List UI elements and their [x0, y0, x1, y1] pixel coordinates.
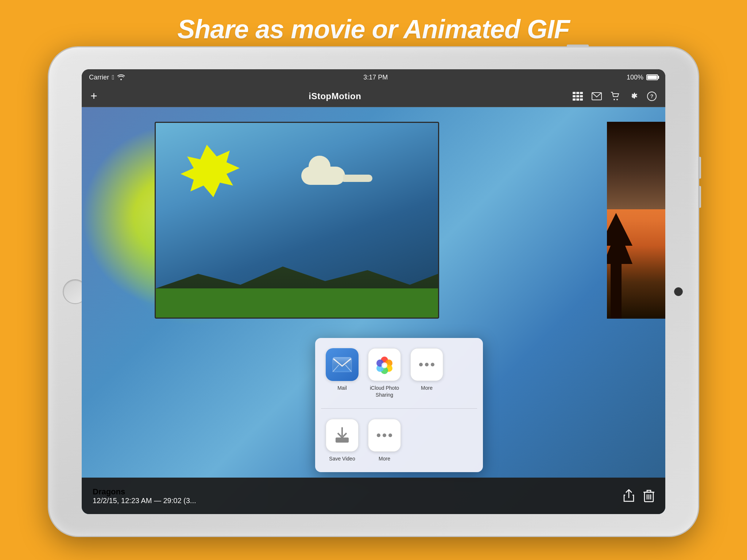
mail-share-icon — [332, 357, 352, 372]
video-title: Dragons — [93, 487, 196, 497]
svg-point-11 — [616, 99, 618, 100]
svg-rect-5 — [580, 95, 583, 97]
svg-rect-3 — [573, 95, 576, 97]
save-video-icon-box — [326, 419, 359, 452]
share-mail-item[interactable]: Mail — [324, 348, 360, 398]
share-save-video-item[interactable]: Save Video — [324, 419, 360, 462]
add-button[interactable]: + — [90, 89, 97, 103]
more-top-icon-box — [410, 348, 443, 381]
volume-down-button[interactable] — [699, 186, 701, 208]
svg-rect-7 — [576, 98, 579, 101]
battery-percent: 100% — [627, 74, 643, 81]
info-bar: Dragons 12/2/15, 12:23 AM — 29:02 (3... — [82, 478, 665, 514]
status-right: 100% — [627, 74, 658, 81]
share-photos-item[interactable]: iCloud PhotoSharing — [366, 348, 403, 398]
share-top-row: Mail — [315, 338, 483, 408]
ipad-frame: Carrier  3:17 PM 100% + iStopM — [49, 47, 698, 536]
svg-rect-8 — [580, 98, 583, 101]
svg-text:?: ? — [650, 93, 654, 99]
help-icon[interactable]: ? — [647, 92, 657, 101]
svg-rect-0 — [573, 92, 576, 94]
ipad-screen: Carrier  3:17 PM 100% + iStopM — [82, 69, 665, 514]
share-more-bottom-item[interactable]: More — [366, 419, 403, 462]
sun-shape — [174, 145, 240, 203]
battery-fill — [647, 75, 657, 79]
right-image-strip — [607, 122, 665, 319]
cart-icon[interactable] — [611, 92, 620, 101]
three-dots-bottom-icon — [377, 433, 392, 437]
nav-right: ? — [573, 92, 657, 101]
green-ground — [156, 288, 438, 318]
more-top-share-label: More — [421, 385, 433, 391]
mail-icon-box — [326, 348, 359, 381]
svg-rect-16 — [333, 357, 352, 372]
camera-dot — [674, 287, 683, 296]
svg-rect-24 — [336, 438, 349, 443]
share-action-button[interactable] — [623, 489, 635, 502]
nav-bar: + iStopMotion — [82, 85, 665, 107]
battery-icon — [646, 74, 658, 80]
three-dots-icon — [419, 363, 434, 366]
grid-icon[interactable] — [573, 92, 583, 101]
svg-rect-2 — [580, 92, 583, 94]
svg-rect-6 — [573, 98, 576, 101]
wifi-icon:  — [112, 74, 115, 81]
battery-bar — [646, 74, 658, 80]
share-sheet: Mail — [315, 338, 483, 472]
svg-rect-1 — [576, 92, 579, 94]
svg-rect-4 — [576, 95, 579, 97]
video-frame[interactable] — [155, 122, 439, 319]
header-title: Share as movie or Animated GIF — [177, 14, 570, 44]
info-actions — [623, 489, 654, 502]
gear-icon[interactable] — [629, 92, 638, 101]
photos-icon-box — [368, 348, 401, 381]
photos-share-label: iCloud PhotoSharing — [370, 385, 399, 398]
nav-left: + — [90, 89, 97, 103]
svg-point-23 — [382, 362, 387, 368]
power-button[interactable] — [567, 44, 589, 47]
app-title: iStopMotion — [309, 91, 361, 101]
save-video-icon — [334, 427, 350, 444]
status-time: 3:17 PM — [363, 74, 388, 81]
mail-share-label: Mail — [337, 385, 347, 391]
volume-up-button[interactable] — [699, 157, 701, 179]
carrier-label: Carrier — [89, 74, 109, 81]
photos-share-icon — [374, 354, 395, 376]
more-bottom-share-label: More — [379, 455, 390, 462]
mail-nav-icon[interactable] — [592, 92, 602, 100]
save-video-share-label: Save Video — [329, 455, 355, 462]
more-bottom-icon-box — [368, 419, 401, 452]
delete-action-button[interactable] — [643, 489, 654, 502]
cloud-shape — [301, 167, 372, 185]
status-bar: Carrier  3:17 PM 100% — [82, 69, 665, 85]
status-left: Carrier  — [89, 74, 125, 81]
wifi-signal-icon — [117, 74, 125, 80]
share-more-top-item[interactable]: More — [409, 348, 445, 398]
content-area: Mail — [82, 107, 665, 514]
share-bottom-row: Save Video More — [315, 409, 483, 472]
video-date-duration: 12/2/15, 12:23 AM — 29:02 (3... — [93, 497, 196, 505]
svg-point-10 — [614, 99, 615, 100]
video-info: Dragons 12/2/15, 12:23 AM — 29:02 (3... — [93, 487, 196, 505]
